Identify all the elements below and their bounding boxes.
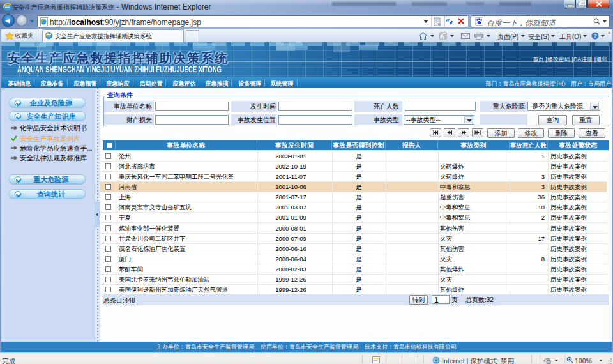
- svg-text:?: ?: [593, 33, 597, 39]
